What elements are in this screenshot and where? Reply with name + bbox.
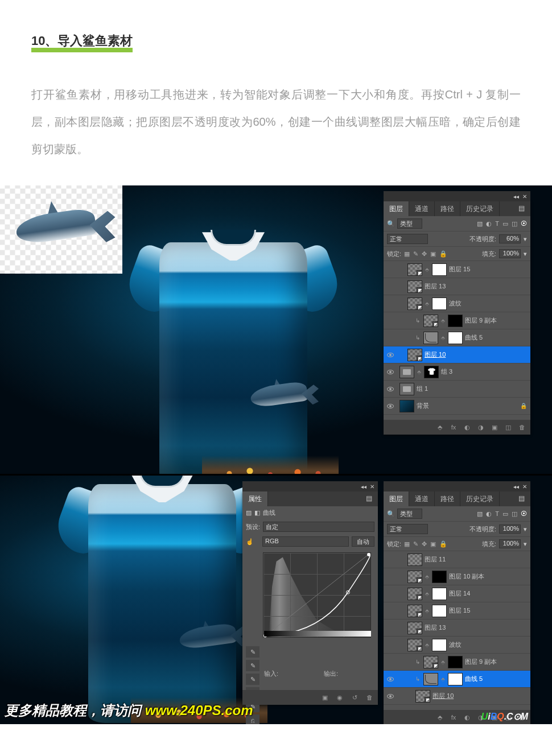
layer-thumb[interactable] (423, 332, 438, 344)
layer-row[interactable]: 图层 10 (384, 346, 530, 363)
trash-icon[interactable]: 🗑 (365, 693, 373, 701)
tab-history[interactable]: 历史记录 (460, 201, 500, 216)
layer-thumb[interactable] (448, 315, 463, 327)
link-layers-icon[interactable]: ⬘ (436, 423, 444, 431)
layer-thumb[interactable] (424, 366, 439, 378)
filter-image-icon[interactable]: ▧ (477, 510, 483, 518)
layer-row[interactable]: 图层 11 (384, 551, 530, 568)
layer-name-label[interactable]: 图层 10 (425, 350, 446, 359)
layer-thumb[interactable] (423, 315, 438, 327)
visibility-toggle[interactable] (386, 658, 395, 667)
chevron-down-icon[interactable]: ▾ (524, 540, 527, 548)
lock-all-icon[interactable]: 🔒 (439, 250, 447, 258)
layer-name-label[interactable]: 图层 9 副本 (465, 658, 497, 666)
layer-name-label[interactable]: 图层 13 (425, 282, 446, 291)
layer-row[interactable]: ⬘图层 15 (384, 261, 530, 278)
visibility-toggle[interactable] (386, 623, 395, 633)
link-layers-icon[interactable]: ⬘ (436, 713, 444, 721)
layer-name-label[interactable]: 曲线 5 (465, 333, 483, 342)
layer-thumb[interactable] (415, 690, 430, 703)
tab-layers[interactable]: 图层 (384, 491, 409, 506)
layer-name-label[interactable]: 波纹 (449, 641, 462, 649)
layer-row[interactable]: 背景🔒 (384, 398, 530, 415)
lock-all-icon[interactable]: 🔒 (439, 540, 447, 548)
lock-move-icon[interactable]: ✥ (422, 540, 427, 548)
auto-button[interactable]: 自动 (352, 536, 374, 547)
layer-thumb[interactable] (407, 349, 422, 361)
panel-menu-icon[interactable]: ▤ (360, 491, 378, 506)
layer-thumb[interactable] (407, 298, 422, 310)
clip-icon[interactable]: ▣ (321, 693, 329, 701)
lock-brush-icon[interactable]: ✎ (413, 250, 418, 258)
layer-row[interactable]: 图层 10 (384, 688, 530, 705)
tab-history[interactable]: 历史记录 (460, 491, 500, 506)
filter-smart-icon[interactable]: ◫ (512, 220, 517, 228)
reset-icon[interactable]: ↺ (351, 693, 359, 701)
preset-select[interactable]: 自定 (263, 522, 374, 532)
layer-thumb[interactable] (432, 639, 447, 651)
lock-pixels-icon[interactable]: ▦ (404, 540, 410, 548)
adjustment-icon[interactable]: ◑ (477, 423, 485, 431)
filter-type-select[interactable]: 类型 (397, 509, 422, 519)
layer-thumb[interactable] (448, 673, 463, 685)
curves-graph[interactable] (263, 552, 371, 638)
layer-row[interactable]: 组 1 (384, 381, 530, 398)
layer-row[interactable]: 图层 13 (384, 278, 530, 295)
visibility-toggle[interactable] (386, 282, 395, 291)
opacity-input[interactable]: 100% (499, 524, 521, 534)
visibility-toggle[interactable] (386, 555, 395, 564)
fx-icon[interactable]: fx (450, 423, 458, 431)
layer-thumb[interactable] (399, 400, 414, 412)
layer-row[interactable]: ⬘图层 10 副本 (384, 568, 530, 585)
visibility-toggle[interactable] (386, 385, 395, 394)
layer-row[interactable]: ⬘波纹 (384, 637, 530, 654)
layer-name-label[interactable]: 波纹 (449, 299, 462, 308)
layer-thumb[interactable] (407, 588, 422, 600)
visibility-toggle[interactable] (386, 589, 395, 598)
lock-move-icon[interactable]: ✥ (422, 250, 427, 258)
filter-shape-icon[interactable]: ▭ (502, 220, 508, 228)
collapse-icon[interactable]: ◂◂ (361, 484, 366, 490)
layer-row[interactable]: ⬘图层 15 (384, 602, 530, 619)
visibility-toggle[interactable] (386, 367, 395, 377)
layer-thumb[interactable] (448, 656, 463, 668)
visibility-toggle[interactable] (386, 333, 395, 342)
layer-thumb[interactable] (399, 383, 414, 395)
layer-thumb[interactable] (432, 298, 447, 310)
tab-paths[interactable]: 路径 (435, 201, 460, 216)
view-prev-icon[interactable]: ◉ (336, 693, 344, 701)
hand-icon[interactable]: ☝ (246, 538, 259, 546)
layer-name-label[interactable]: 图层 15 (449, 606, 470, 615)
filter-toggle-icon[interactable]: ⦿ (521, 220, 527, 228)
filter-smart-icon[interactable]: ◫ (512, 510, 517, 518)
layer-name-label[interactable]: 图层 10 副本 (449, 572, 484, 581)
layer-name-label[interactable]: 组 1 (417, 385, 428, 393)
mask-icon[interactable]: ◐ (463, 713, 471, 721)
filter-toggle-icon[interactable]: ⦿ (521, 510, 527, 518)
close-icon[interactable]: ✕ (522, 193, 527, 200)
tab-layers[interactable]: 图层 (384, 201, 409, 216)
chevron-down-icon[interactable]: ▾ (524, 236, 527, 243)
eyedropper-gray-icon[interactable]: ✎ (246, 660, 259, 671)
layer-row[interactable]: ↳⬘图层 9 副本 (384, 654, 530, 671)
layer-thumb[interactable] (423, 656, 438, 668)
opacity-input[interactable]: 60% (499, 234, 521, 243)
layer-thumb[interactable] (399, 366, 414, 378)
lock-pixels-icon[interactable]: ▦ (404, 250, 410, 258)
new-layer-icon[interactable]: ◫ (504, 423, 512, 431)
fill-input[interactable]: 100% (499, 249, 521, 258)
layer-thumb[interactable] (407, 622, 422, 634)
layer-row[interactable]: 图层 13 (384, 619, 530, 637)
layer-thumb[interactable] (407, 605, 422, 617)
layer-thumb[interactable] (448, 332, 463, 344)
visibility-toggle[interactable] (386, 350, 395, 360)
layer-name-label[interactable]: 图层 15 (449, 265, 470, 274)
layer-thumb[interactable] (432, 263, 447, 276)
visibility-toggle[interactable] (386, 641, 395, 650)
visibility-toggle[interactable] (386, 606, 395, 615)
layer-row[interactable]: ⬘图层 14 (384, 585, 530, 602)
close-icon[interactable]: ✕ (522, 484, 527, 490)
lock-brush-icon[interactable]: ✎ (413, 540, 418, 548)
visibility-toggle[interactable] (386, 692, 395, 701)
layer-row[interactable]: ↳⬘曲线 5 (384, 671, 530, 688)
